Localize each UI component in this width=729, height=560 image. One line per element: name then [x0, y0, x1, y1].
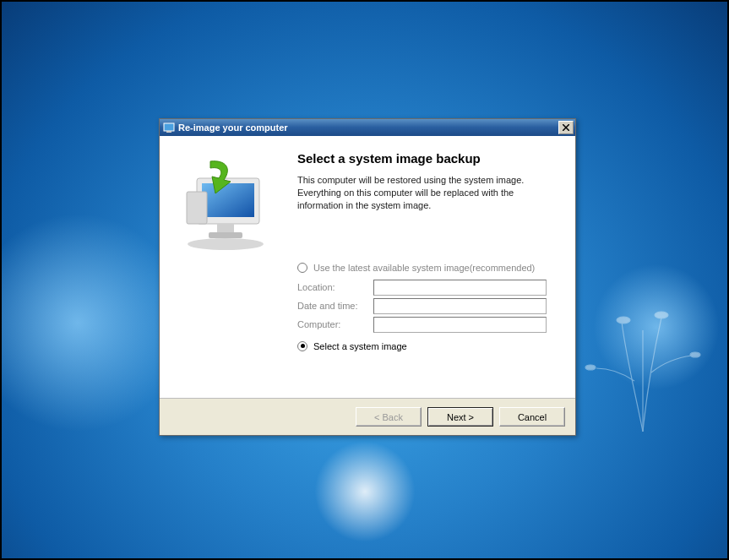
radio-latest-image: Use the latest available system image(re…	[297, 263, 558, 273]
svg-rect-4	[164, 123, 174, 131]
location-value	[373, 280, 547, 296]
datetime-value	[373, 298, 547, 314]
dialog-content: Select a system image backup This comput…	[160, 136, 575, 398]
svg-rect-14	[187, 192, 207, 224]
svg-point-2	[585, 365, 596, 370]
field-computer: Computer:	[297, 317, 558, 333]
app-icon	[163, 122, 175, 133]
radio-icon	[297, 263, 307, 273]
location-label: Location:	[297, 282, 373, 292]
svg-rect-12	[217, 224, 234, 232]
computer-restore-icon	[175, 153, 276, 254]
titlebar-text: Re-image your computer	[178, 122, 558, 133]
wizard-graphic-panel	[160, 136, 291, 398]
wizard-body: Select a system image backup This comput…	[291, 136, 575, 398]
dialog-footer: < Back Next > Cancel	[160, 398, 575, 435]
svg-point-8	[188, 238, 264, 250]
page-description: This computer will be restored using the…	[297, 174, 542, 212]
radio-select-image[interactable]: Select a system image	[297, 341, 558, 351]
back-button[interactable]: < Back	[356, 407, 422, 427]
svg-point-0	[617, 317, 630, 323]
datetime-label: Date and time:	[297, 301, 373, 311]
titlebar: Re-image your computer	[160, 119, 575, 136]
close-icon	[563, 124, 569, 131]
computer-value	[373, 317, 547, 333]
reimage-dialog: Re-image your computer Select a system i…	[159, 118, 576, 436]
field-datetime: Date and time:	[297, 298, 558, 314]
radio-select-label: Select a system image	[313, 341, 407, 351]
latest-fields: Location: Date and time: Computer:	[297, 280, 558, 333]
cancel-button[interactable]: Cancel	[499, 407, 565, 427]
computer-label: Computer:	[297, 319, 373, 329]
page-heading: Select a system image backup	[297, 151, 558, 166]
radio-latest-label: Use the latest available system image(re…	[313, 263, 535, 273]
svg-point-1	[655, 312, 668, 318]
svg-rect-13	[209, 232, 242, 238]
close-button[interactable]	[558, 121, 574, 134]
svg-rect-11	[202, 183, 254, 217]
field-location: Location:	[297, 280, 558, 296]
svg-point-3	[690, 352, 700, 357]
next-button[interactable]: Next >	[427, 407, 493, 427]
svg-rect-5	[166, 131, 171, 133]
radio-icon	[297, 341, 307, 351]
